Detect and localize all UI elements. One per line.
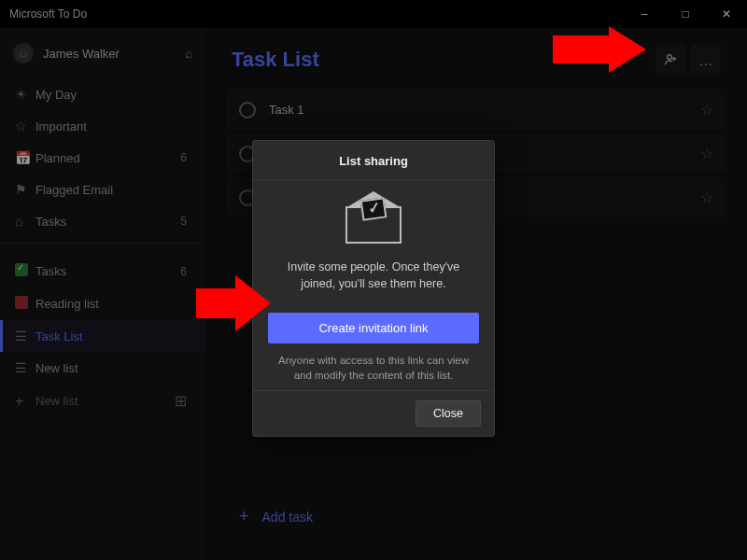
list-sharing-dialog: List sharing Invite some people. Once th… — [252, 140, 495, 437]
sidebar-item-label: New list — [35, 361, 187, 375]
profile-row[interactable]: ☺ James Walker ⌕ — [0, 34, 205, 73]
sidebar-item-label: Flagged Email — [35, 183, 187, 197]
dialog-footer: Close — [253, 390, 494, 436]
annotation-arrow-share — [553, 26, 646, 73]
star-icon[interactable]: ☆ — [700, 101, 713, 119]
svg-marker-1 — [553, 26, 646, 73]
item-count: 6 — [180, 265, 190, 278]
task-row[interactable]: Task 1☆ — [226, 90, 726, 130]
sidebar-item-label: My Day — [35, 88, 187, 102]
profile-name: James Walker — [43, 47, 120, 61]
list-color-icon — [15, 263, 28, 276]
sidebar-item-label: Tasks — [35, 264, 180, 278]
maximize-button[interactable]: □ — [665, 0, 706, 28]
dialog-title: List sharing — [253, 141, 494, 180]
title-bar: Microsoft To Do – □ ✕ — [0, 0, 747, 28]
star-icon[interactable]: ☆ — [700, 145, 713, 162]
svg-point-0 — [668, 55, 672, 60]
annotation-arrow-create-link — [196, 275, 271, 331]
sidebar-item-new-list[interactable]: ☰New list — [0, 352, 205, 384]
item-count: 5 — [180, 215, 190, 228]
sidebar: ☺ James Walker ⌕ ☀My Day☆Important📅Plann… — [0, 28, 205, 560]
sidebar-item-label: Reading list — [35, 297, 187, 311]
smart-lists: ☀My Day☆Important📅Planned6⚑Flagged Email… — [0, 78, 205, 237]
more-options-button[interactable]: … — [691, 45, 721, 75]
list-icon: ☀ — [15, 87, 35, 102]
close-dialog-button[interactable]: Close — [416, 400, 481, 427]
plus-icon: + — [239, 507, 249, 526]
new-group-icon[interactable]: ⊞ — [175, 392, 190, 410]
task-label: Task 1 — [269, 103, 700, 117]
sidebar-item-label: Important — [35, 119, 187, 133]
user-lists: Tasks6Reading list☰Task List☰New list — [0, 255, 205, 384]
add-list-label: New list — [35, 394, 78, 408]
window-controls: – □ ✕ — [624, 0, 747, 28]
dialog-message: Invite some people. Once they've joined,… — [272, 259, 475, 292]
plus-icon: + — [15, 393, 35, 410]
add-task-label: Add task — [262, 510, 313, 525]
sidebar-item-label: Tasks — [35, 215, 180, 229]
sidebar-item-tasks[interactable]: Tasks6 — [0, 255, 205, 287]
main-header: Task List … — [205, 28, 747, 84]
person-add-icon — [663, 52, 678, 67]
sidebar-item-flagged-email[interactable]: ⚑Flagged Email — [0, 174, 205, 205]
list-icon: 📅 — [15, 150, 35, 165]
share-list-button[interactable] — [655, 45, 685, 75]
list-icon: ☰ — [15, 329, 27, 343]
create-invitation-link-button[interactable]: Create invitation link — [268, 313, 479, 343]
invite-envelope-icon — [341, 199, 406, 245]
add-list-row[interactable]: + New list ⊞ — [0, 384, 205, 418]
main-actions: … — [655, 45, 721, 75]
sidebar-item-label: Task List — [35, 329, 187, 343]
list-icon: ⌂ — [15, 214, 35, 229]
item-count: 6 — [180, 151, 190, 164]
sidebar-item-tasks[interactable]: ⌂Tasks5 — [0, 205, 205, 237]
search-icon[interactable]: ⌕ — [185, 46, 192, 61]
add-task-row[interactable]: + Add task — [226, 496, 726, 538]
sidebar-item-reading-list[interactable]: Reading list — [0, 287, 205, 320]
list-icon: ⚑ — [15, 182, 35, 197]
dialog-subtext: Anyone with access to this link can view… — [253, 353, 494, 390]
list-icon: ☆ — [15, 119, 35, 133]
dialog-body: Invite some people. Once they've joined,… — [253, 180, 494, 300]
app-title: Microsoft To Do — [0, 7, 624, 21]
close-window-button[interactable]: ✕ — [706, 0, 747, 28]
list-icon: ☰ — [15, 360, 27, 375]
star-icon[interactable]: ☆ — [700, 189, 713, 206]
minimize-button[interactable]: – — [624, 0, 665, 28]
sidebar-divider — [0, 243, 205, 244]
svg-marker-2 — [196, 275, 271, 331]
complete-checkbox[interactable] — [239, 102, 256, 119]
list-color-icon — [15, 296, 28, 309]
sidebar-item-important[interactable]: ☆Important — [0, 110, 205, 142]
sidebar-item-task-list[interactable]: ☰Task List — [0, 320, 205, 352]
sidebar-item-my-day[interactable]: ☀My Day — [0, 78, 205, 110]
sidebar-item-planned[interactable]: 📅Planned6 — [0, 142, 205, 174]
sidebar-item-label: Planned — [35, 151, 180, 165]
avatar-icon: ☺ — [13, 43, 34, 63]
